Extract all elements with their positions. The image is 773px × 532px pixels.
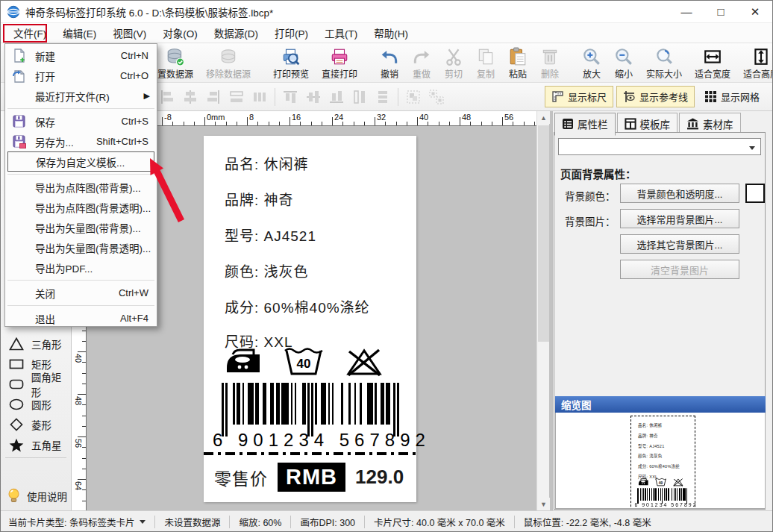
distribute-h-icon[interactable] (251, 89, 268, 105)
object-selector-combobox[interactable] (558, 138, 761, 155)
menu-item-save-as-custom-template[interactable]: 保存为自定义模板... (7, 151, 154, 172)
menu-item-export-bitmap-bg[interactable]: 导出为点阵图(带背景)... (5, 177, 157, 197)
barcode[interactable] (222, 383, 399, 436)
bg-color-button[interactable]: 背景颜色和透明度... (620, 184, 739, 203)
menu-item-new[interactable]: 新建Ctrl+N (5, 46, 157, 66)
maximize-button[interactable]: □ (704, 1, 738, 22)
menu-item-export-pdf[interactable]: 导出为PDF... (5, 257, 157, 278)
barcode-bar (393, 383, 395, 436)
set-datasource-button[interactable]: 置数据源 (152, 46, 198, 80)
menu-item-save-as[interactable]: 另存为...Shift+Ctrl+S (5, 131, 157, 151)
align-left-icon[interactable] (159, 89, 175, 105)
minimize-button[interactable]: — (669, 1, 704, 22)
paste-button[interactable]: 粘贴 (503, 46, 533, 80)
fit-height-button[interactable]: 适合高度 (738, 46, 773, 80)
same-width-icon[interactable] (228, 89, 245, 105)
star-icon (8, 438, 25, 452)
menu-object[interactable]: 对象(O) (154, 22, 206, 43)
barcode-bar (257, 383, 260, 425)
ungroup-icon[interactable] (428, 89, 445, 105)
barcode-bar (265, 383, 267, 425)
price-label: 零售价 (214, 465, 268, 490)
show-grid-toggle[interactable]: 显示网格 (698, 86, 766, 107)
label-design-object[interactable]: 品名: 休闲裤 品牌: 神奇 型号: AJ4521 颜色: 浅灰色 成分: 60… (204, 136, 416, 502)
align-bottom-icon[interactable] (328, 89, 345, 105)
barcode-bar (674, 488, 675, 500)
label-row-model[interactable]: 型号: AJ4521 (225, 225, 316, 245)
label-row-brand[interactable]: 品牌: 神奇 (225, 189, 294, 209)
label-row-product-name[interactable]: 品名: 休闲裤 (225, 153, 309, 173)
scissors-icon (444, 46, 463, 66)
barcode-bar (237, 383, 239, 425)
sidebar-item-diamond[interactable]: 菱形 (8, 416, 51, 434)
copy-button[interactable]: 复制 (471, 46, 501, 80)
fit-width-button[interactable]: 适合宽度 (689, 46, 736, 80)
barcode-digits: 6 901234 567892 (213, 430, 408, 451)
close-button[interactable]: ✕ (738, 1, 772, 22)
sidebar-item-help[interactable]: 使用说明 (7, 488, 67, 504)
align-top-icon[interactable] (282, 89, 298, 105)
undo-button[interactable]: 撤销 (375, 46, 404, 80)
zoom-out-button[interactable]: 缩小 (609, 46, 639, 80)
menu-edit[interactable]: 编辑(E) (54, 22, 104, 43)
same-height-icon[interactable] (351, 89, 368, 105)
align-right-icon[interactable] (205, 89, 222, 105)
barcode-bar (666, 488, 667, 500)
ruler-tick (247, 117, 248, 125)
clear-bg-button[interactable]: 清空背景图片 (620, 260, 739, 279)
menu-print[interactable]: 打印(P) (266, 22, 316, 43)
menu-item-export-vector-bg[interactable]: 导出为矢量图(带背景)... (5, 217, 157, 237)
menu-item-recent-files[interactable]: 最近打开文件(R)▶ (5, 86, 157, 106)
dash-dot-divider[interactable] (204, 452, 416, 455)
redo-button[interactable]: 重做 (407, 46, 436, 80)
delete-button[interactable]: 删除 (535, 46, 565, 80)
menu-view[interactable]: 视图(V) (104, 22, 154, 43)
remove-datasource-button[interactable]: 移除数据源 (201, 46, 256, 80)
menu-item-export-bitmap-transparent[interactable]: 导出为点阵图(背景透明)... (5, 197, 157, 217)
price-row[interactable]: 零售价 RMB 129.0 (214, 463, 404, 492)
menu-help[interactable]: 帮助(H) (366, 22, 416, 43)
align-center-h-icon[interactable] (182, 89, 198, 105)
canvas-vertical-scrollbar[interactable]: ▲ ▼ (536, 111, 549, 510)
zoom-in-button[interactable]: 放大 (577, 46, 607, 80)
barcode-bar (222, 383, 224, 436)
new-file-icon (12, 48, 26, 63)
cut-button[interactable]: 剪切 (439, 46, 469, 80)
menu-item-close[interactable]: 关闭Ctrl+W (5, 283, 157, 303)
group-icon[interactable] (405, 89, 422, 105)
scrollbar-thumb[interactable] (538, 125, 549, 342)
sidebar-item-rounded-rectangle[interactable]: 圆角矩形 (8, 375, 71, 393)
show-guides-toggle[interactable]: 显示参考线 (616, 86, 695, 107)
bg-color-swatch[interactable] (745, 184, 765, 203)
thumbnail-preview[interactable]: 品名: 休闲裤 品牌: 神奇 型号: AJ4521 颜色: 浅灰色 成分: 60… (555, 413, 766, 509)
direct-print-button[interactable]: 直接打印 (316, 46, 363, 80)
menu-item-exit[interactable]: 退出Alt+F4 (5, 308, 157, 328)
scroll-down-arrow[interactable]: ▼ (537, 498, 550, 510)
sidebar-item-star[interactable]: 五角星 (8, 436, 62, 454)
choose-other-bg-button[interactable]: 选择其它背景图片... (620, 234, 739, 254)
care-symbols[interactable]: 40 (223, 345, 384, 377)
scroll-up-arrow[interactable]: ▲ (537, 111, 550, 124)
sidebar-item-triangle[interactable]: 三角形 (8, 335, 62, 353)
menu-item-export-vector-transparent[interactable]: 导出为矢量图(背景透明)... (5, 237, 157, 257)
menu-item-open[interactable]: 打开Ctrl+O (5, 66, 157, 86)
print-preview-button[interactable]: 打印预览 (268, 46, 314, 80)
barcode-bar (239, 383, 241, 425)
show-ruler-toggle[interactable]: 显示标尺 (545, 86, 613, 107)
menu-tools[interactable]: 工具(T) (316, 22, 366, 43)
tab-properties[interactable]: 属性栏 (554, 113, 616, 136)
card-type-status[interactable]: 当前卡片类型: 条码标签类卡片 (8, 515, 154, 529)
align-middle-icon[interactable] (305, 89, 322, 105)
label-row-color[interactable]: 颜色: 浅灰色 (225, 260, 309, 281)
ruler-tick (364, 122, 365, 125)
label-row-composition[interactable]: 成分: 60%棉40%涤纶 (225, 296, 370, 316)
choose-common-bg-button[interactable]: 选择常用背景图片... (620, 209, 739, 228)
actual-size-button[interactable]: 实际大小 (641, 46, 687, 80)
circle-icon (8, 398, 25, 410)
menu-file[interactable]: 文件(F) (5, 22, 54, 43)
distribute-v-icon[interactable] (375, 89, 391, 105)
menu-item-save[interactable]: 保存Ctrl+S (5, 111, 157, 131)
sidebar-item-circle[interactable]: 圆形 (8, 395, 51, 413)
ruler-label: 8 (249, 113, 254, 122)
menu-datasource[interactable]: 数据源(D) (206, 22, 266, 43)
